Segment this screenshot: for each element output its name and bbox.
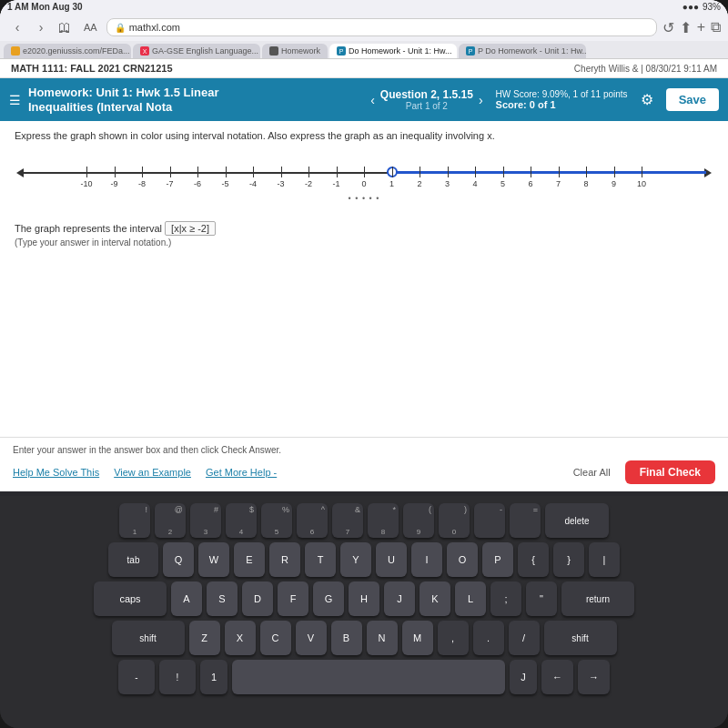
tick--10 [86, 167, 87, 177]
key-b[interactable]: B [331, 621, 362, 655]
tick-2 [420, 167, 420, 177]
back-button[interactable]: ‹ [7, 17, 27, 37]
key-dollar[interactable]: $4 [226, 503, 257, 538]
key-a[interactable]: A [171, 581, 202, 616]
key-t[interactable]: T [305, 542, 336, 577]
key-z[interactable]: Z [189, 621, 220, 655]
key-pipe[interactable]: | [589, 542, 620, 577]
tab-e2020[interactable]: e2020.geniussis.com/FEDa... [4, 44, 131, 58]
key-period[interactable]: . [473, 621, 504, 655]
key-row-numbers: !1 @2 #3 $4 %5 ^6 &7 *8 (9 )0 - = delete [5, 503, 723, 538]
key-v[interactable]: V [296, 621, 327, 655]
expand-number-line-button[interactable]: • • • • • [349, 194, 380, 203]
key-caps[interactable]: caps [94, 581, 167, 616]
key-y[interactable]: Y [340, 542, 371, 577]
key-num2[interactable]: J [510, 660, 537, 694]
reading-list-button[interactable]: 🕮 [55, 17, 75, 37]
menu-icon[interactable]: ☰ [9, 93, 21, 107]
key-c[interactable]: C [260, 621, 291, 655]
tick-7 [559, 167, 560, 177]
new-tab-button[interactable]: + [697, 19, 705, 35]
key-h[interactable]: H [349, 581, 379, 616]
key-o[interactable]: O [447, 542, 478, 577]
key-q[interactable]: Q [163, 542, 194, 577]
more-help-link[interactable]: Get More Help - [206, 467, 277, 478]
key-equals[interactable]: = [510, 503, 541, 538]
keyboard-area: !1 @2 #3 $4 %5 ^6 &7 *8 (9 )0 - = delete… [0, 496, 728, 728]
question-number-label: Question 2, 1.5.15 [380, 88, 473, 101]
key-s[interactable]: S [207, 581, 238, 616]
key-i[interactable]: I [411, 542, 442, 577]
key-return[interactable]: return [561, 581, 634, 616]
key-exclaim[interactable]: !1 [119, 503, 150, 538]
key-caret[interactable]: ^6 [297, 503, 328, 538]
key-lbrace[interactable]: { [518, 542, 549, 577]
tab-do-homework-active[interactable]: P Do Homework - Unit 1: Hw... [329, 44, 457, 58]
help-solve-link[interactable]: Help Me Solve This [13, 467, 99, 478]
next-question-button[interactable]: › [473, 93, 489, 107]
key-l[interactable]: L [455, 581, 486, 616]
tab-homework[interactable]: Homework [262, 44, 328, 58]
final-check-button[interactable]: Final Check [625, 460, 715, 484]
interval-answer-box[interactable]: [x|x ≥ -2] [165, 221, 216, 236]
key-m[interactable]: M [402, 621, 433, 655]
key-quote[interactable]: " [526, 581, 557, 616]
prev-question-button[interactable]: ‹ [365, 93, 380, 107]
key-n[interactable]: N [367, 621, 398, 655]
forward-button[interactable]: › [31, 17, 51, 37]
key-tab[interactable]: tab [108, 542, 158, 577]
key-ctrl[interactable]: - [118, 660, 155, 694]
key-shift-left[interactable]: shift [112, 621, 185, 655]
key-delete[interactable]: delete [545, 503, 609, 538]
key-amp[interactable]: &7 [332, 503, 363, 538]
key-right[interactable]: → [578, 660, 610, 694]
key-p[interactable]: P [482, 542, 513, 577]
key-at[interactable]: @2 [155, 503, 186, 538]
question-part: Part 1 of 2 [380, 101, 473, 111]
tablet-frame: 1 AM Mon Aug 30 ●●● 93% ‹ › 🕮 AA 🔒 mathx… [0, 0, 728, 728]
key-k[interactable]: K [420, 581, 450, 616]
tabs-button[interactable]: ⧉ [711, 19, 721, 35]
label--1: -1 [332, 179, 339, 188]
key-rbrace[interactable]: } [553, 542, 584, 577]
key-alt[interactable]: ! [159, 660, 196, 694]
tick--4 [253, 167, 254, 177]
key-space[interactable] [232, 660, 505, 694]
tab-favicon-ga-gse: X [140, 46, 149, 56]
key-star[interactable]: *8 [368, 503, 399, 538]
key-percent[interactable]: %5 [261, 503, 292, 538]
key-j[interactable]: J [384, 581, 415, 616]
key-f[interactable]: F [278, 581, 308, 616]
key-lparen[interactable]: (9 [403, 503, 434, 538]
address-bar[interactable]: 🔒 mathxl.com [106, 18, 657, 36]
tab-do-homework-2[interactable]: P P Do Homework - Unit 1: Hw... [459, 44, 586, 58]
key-left[interactable]: ← [541, 660, 573, 694]
key-hash[interactable]: #3 [190, 503, 221, 538]
key-semicolon[interactable]: ; [490, 581, 521, 616]
key-slash[interactable]: / [509, 621, 540, 655]
key-r[interactable]: R [269, 542, 300, 577]
reader-mode-button[interactable]: AA [80, 20, 101, 35]
key-rparen[interactable]: )0 [439, 503, 470, 538]
label--8: -8 [138, 179, 146, 188]
key-minus[interactable]: - [474, 503, 505, 538]
save-button[interactable]: Save [666, 88, 719, 111]
clear-all-link[interactable]: Clear All [573, 467, 611, 478]
key-shift-right[interactable]: shift [544, 621, 617, 655]
settings-button[interactable]: ⚙ [635, 91, 659, 108]
key-e[interactable]: E [234, 542, 265, 577]
key-d[interactable]: D [242, 581, 273, 616]
key-num1[interactable]: 1 [200, 660, 228, 694]
hw-title-line2: Inequalities (Interval Nota [28, 100, 358, 115]
key-comma[interactable]: , [438, 621, 469, 655]
reload-button[interactable]: ↺ [662, 19, 674, 36]
key-x[interactable]: X [225, 621, 256, 655]
key-g[interactable]: G [313, 581, 344, 616]
tab-ga-gse[interactable]: X GA-GSE English Language... [133, 44, 260, 58]
bottom-instructions: Enter your answer in the answer box and … [13, 445, 715, 455]
share-button[interactable]: ⬆ [680, 19, 692, 36]
view-example-link[interactable]: View an Example [114, 467, 191, 478]
key-u[interactable]: U [376, 542, 407, 577]
url-display: mathxl.com [129, 22, 180, 33]
key-w[interactable]: W [198, 542, 229, 577]
